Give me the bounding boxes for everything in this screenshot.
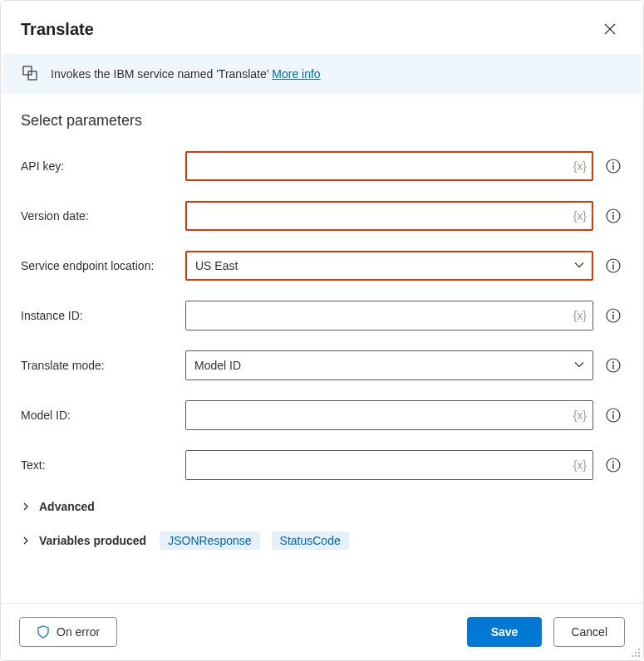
variable-chips: JSONResponse StatusCode: [160, 531, 349, 550]
label-text: Text:: [21, 458, 175, 472]
action-icon: [22, 66, 39, 82]
more-info-link[interactable]: More info: [272, 67, 320, 81]
svg-point-6: [612, 212, 614, 213]
save-button[interactable]: Save: [467, 617, 543, 647]
endpoint-value: US East: [195, 259, 238, 272]
save-label: Save: [491, 625, 519, 639]
on-error-button[interactable]: On error: [19, 617, 117, 647]
translate-mode-value: Model ID: [194, 359, 241, 372]
row-api-key: API key: {x}: [21, 151, 623, 181]
chevron-right-icon: [21, 502, 32, 512]
row-endpoint: Service endpoint location: US East: [21, 251, 623, 281]
svg-rect-1: [28, 71, 37, 80]
svg-rect-10: [612, 265, 613, 270]
label-api-key: API key:: [21, 159, 175, 173]
advanced-toggle[interactable]: Advanced: [21, 500, 623, 513]
info-icon: [606, 458, 621, 472]
endpoint-select[interactable]: US East: [185, 251, 593, 281]
row-model-id: Model ID: {x}: [21, 400, 623, 430]
banner-text: Invokes the IBM service named 'Translate…: [51, 67, 321, 81]
dialog-content: Select parameters API key: {x} Version d…: [1, 94, 643, 603]
info-button-endpoint[interactable]: [603, 256, 623, 276]
row-version-date: Version date: {x}: [21, 201, 623, 231]
label-instance-id: Instance ID:: [21, 309, 175, 322]
info-icon: [606, 408, 621, 423]
label-model-id: Model ID:: [21, 409, 175, 422]
variable-chip[interactable]: StatusCode: [272, 531, 349, 550]
info-icon: [606, 208, 621, 223]
close-button[interactable]: [597, 16, 623, 42]
row-translate-mode: Translate mode: Model ID: [21, 350, 623, 380]
svg-rect-16: [612, 365, 613, 370]
version-date-input[interactable]: [185, 201, 593, 231]
banner-text-content: Invokes the IBM service named 'Translate…: [51, 67, 268, 81]
cancel-label: Cancel: [571, 625, 607, 639]
row-instance-id: Instance ID: {x}: [21, 301, 623, 330]
svg-point-18: [612, 411, 614, 413]
cancel-button[interactable]: Cancel: [553, 617, 625, 647]
svg-point-15: [612, 361, 614, 363]
on-error-label: On error: [57, 625, 100, 639]
advanced-label: Advanced: [39, 500, 95, 513]
info-button-text[interactable]: [603, 455, 623, 475]
dialog-title: Translate: [21, 20, 94, 39]
info-icon: [606, 258, 621, 273]
svg-rect-22: [612, 464, 613, 469]
row-text: Text: {x}: [21, 450, 623, 480]
dialog-header: Translate: [1, 1, 643, 54]
info-button-translate-mode[interactable]: [603, 355, 623, 375]
text-input[interactable]: [185, 450, 593, 480]
variable-chip[interactable]: JSONResponse: [160, 531, 259, 550]
svg-rect-0: [23, 66, 32, 75]
svg-rect-13: [612, 315, 613, 320]
close-icon: [604, 23, 616, 35]
info-button-instance-id[interactable]: [603, 306, 623, 326]
info-icon: [606, 308, 621, 323]
section-title: Select parameters: [21, 112, 623, 130]
svg-point-21: [612, 461, 614, 463]
info-button-model-id[interactable]: [603, 405, 623, 425]
variables-produced-toggle[interactable]: Variables produced JSONResponse StatusCo…: [21, 531, 623, 550]
translate-mode-select[interactable]: Model ID: [185, 350, 593, 380]
model-id-input[interactable]: [185, 400, 593, 430]
info-icon: [606, 358, 621, 373]
svg-rect-19: [612, 414, 613, 419]
translate-dialog: Translate Invokes the IBM service named …: [0, 0, 644, 661]
dialog-footer: On error Save Cancel: [1, 603, 643, 660]
chevron-right-icon: [21, 536, 32, 546]
variables-label: Variables produced: [39, 534, 146, 547]
info-button-api-key[interactable]: [603, 156, 623, 176]
info-banner: Invokes the IBM service named 'Translate…: [2, 54, 642, 94]
api-key-input[interactable]: [185, 151, 593, 181]
svg-rect-7: [612, 215, 613, 220]
instance-id-input[interactable]: [185, 301, 593, 330]
svg-point-9: [612, 262, 614, 263]
shield-icon: [37, 625, 50, 639]
info-icon: [606, 159, 621, 174]
label-version-date: Version date:: [21, 209, 175, 223]
svg-point-3: [612, 162, 614, 164]
svg-rect-4: [612, 165, 613, 170]
label-translate-mode: Translate mode:: [21, 359, 175, 372]
svg-point-12: [612, 311, 614, 313]
label-endpoint: Service endpoint location:: [21, 259, 175, 272]
info-button-version-date[interactable]: [603, 206, 623, 226]
